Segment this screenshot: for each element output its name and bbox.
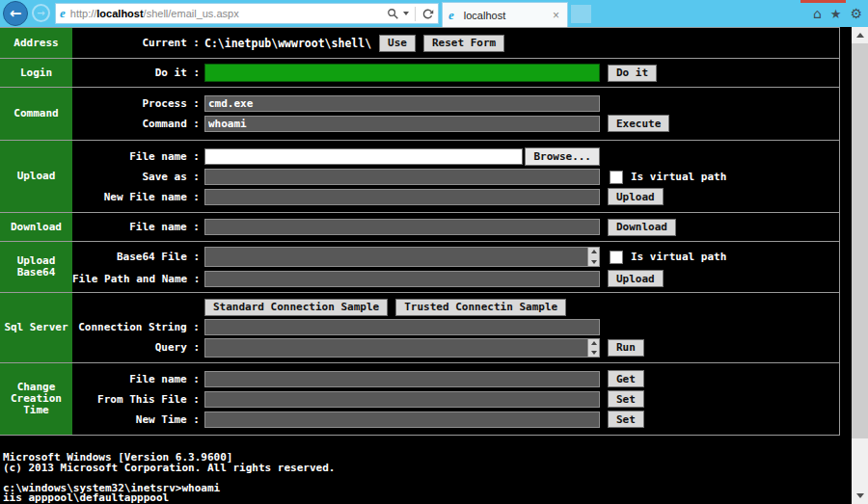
home-icon[interactable]: ⌂ (813, 6, 822, 21)
save-as-label: Save as : (72, 171, 200, 183)
section-label-sql-server: Sql Server (0, 293, 72, 362)
section-label-login: Login (0, 59, 72, 87)
back-arrow-icon: ← (10, 5, 22, 22)
row-upload-base64: Upload Base64 Base64 File : Is virtual p… (0, 242, 839, 293)
console-line: iis apppool\defaultapppool (3, 493, 335, 504)
file-path-name-input[interactable] (204, 271, 600, 287)
tab-close-icon[interactable]: × (551, 9, 561, 22)
row-download: Download File name : Download (0, 213, 839, 242)
command-label: Command : (72, 118, 200, 130)
download-button[interactable]: Download (608, 219, 676, 236)
base64-upload-button[interactable]: Upload (608, 270, 664, 287)
forward-arrow-icon: → (37, 8, 44, 18)
current-path-value: C:\inetpub\wwwroot\shell\ (204, 37, 371, 50)
settings-gear-icon[interactable]: ⚙ (850, 6, 862, 21)
run-button[interactable]: Run (608, 339, 644, 357)
base64-file-label: Base64 File : (72, 251, 200, 263)
section-label-change-creation-time: Change Creation Time (0, 363, 72, 435)
scroll-up-icon (856, 33, 864, 38)
url-host: localhost (96, 8, 143, 19)
section-label-address: Address (0, 28, 72, 58)
execute-button[interactable]: Execute (608, 115, 669, 132)
ie-tab-icon: e (448, 8, 454, 23)
forward-button[interactable]: → (32, 4, 50, 22)
base64-virtual-path-label: Is virtual path (631, 251, 726, 263)
browser-tab-localhost[interactable]: e localhost × (442, 2, 568, 27)
row-address: Address Current : C:\inetpub\wwwroot\she… (0, 28, 839, 59)
login-password-input[interactable] (204, 64, 600, 82)
trusted-connection-sample-button[interactable]: Trusted Connectin Sample (395, 299, 566, 316)
connection-string-input[interactable] (204, 319, 600, 335)
download-file-label: File name : (72, 221, 200, 233)
console-line: (c) 2013 Microsoft Corporation. All righ… (3, 464, 335, 474)
use-button[interactable]: Use (379, 35, 416, 52)
section-label-upload: Upload (0, 141, 72, 212)
download-file-input[interactable] (204, 219, 600, 235)
from-this-file-label: From This File : (72, 393, 200, 406)
scroll-down-icon (856, 493, 864, 498)
file-path-name-label: File Path and Name : (72, 273, 200, 285)
process-input[interactable] (204, 95, 600, 112)
command-input[interactable] (204, 116, 600, 132)
scrollbar-thumb[interactable] (852, 43, 868, 438)
row-change-creation-time: Change Creation Time File name : Get Fro… (0, 363, 839, 436)
textarea-scrollbar[interactable] (587, 338, 600, 358)
section-label-upload-base64: Upload Base64 (0, 242, 72, 292)
url-text[interactable]: http://localhost/shell/email_us.aspx (70, 8, 387, 19)
scrollbar-down-button[interactable] (852, 488, 868, 504)
favorites-star-icon[interactable]: ★ (830, 7, 842, 21)
ct-file-name-label: File name : (72, 373, 200, 385)
vertical-scrollbar[interactable] (852, 27, 868, 504)
scrollbar-up-button[interactable] (852, 27, 868, 43)
new-time-label: New Time : (72, 413, 200, 426)
new-file-name-label: New File name : (72, 191, 200, 203)
console-output: Microsoft Windows [Version 6.3.9600] (c)… (3, 453, 335, 504)
address-bar[interactable]: e http://localhost/shell/email_us.aspx (55, 3, 439, 24)
section-label-download: Download (0, 213, 72, 241)
window-close-sliver (800, 0, 846, 3)
upload-virtual-path-label: Is virtual path (631, 171, 726, 183)
reset-form-button[interactable]: Reset Form (423, 35, 504, 52)
query-label: Query : (72, 341, 200, 354)
row-upload: Upload File name : Browse... Save as : I… (0, 141, 839, 213)
new-file-name-input[interactable] (204, 189, 600, 205)
new-tab-button[interactable] (571, 5, 591, 23)
set-from-file-button[interactable]: Set (608, 390, 644, 408)
base64-file-textarea[interactable] (204, 247, 587, 267)
section-label-command: Command (0, 88, 72, 140)
browse-button[interactable]: Browse... (525, 147, 600, 166)
doit-label: Do it : (72, 66, 200, 79)
set-new-time-button[interactable]: Set (608, 411, 644, 428)
connection-string-label: Connection String : (72, 321, 200, 333)
new-time-input[interactable] (204, 411, 600, 428)
shell-form-table: Address Current : C:\inetpub\wwwroot\she… (0, 27, 840, 436)
browser-chrome: ← → e http://localhost/shell/email_us.as… (0, 0, 868, 27)
upload-file-input[interactable] (204, 148, 523, 165)
base64-virtual-path-checkbox[interactable] (610, 251, 623, 264)
query-textarea[interactable] (204, 338, 587, 358)
divider (415, 7, 416, 21)
upload-virtual-path-checkbox[interactable] (610, 171, 623, 184)
tab-title: localhost (464, 10, 551, 21)
upload-file-label: File name : (72, 150, 200, 163)
search-dropdown-icon[interactable] (403, 12, 409, 15)
row-login: Login Do it : Do it (0, 59, 839, 88)
url-path: /shell/email_us.aspx (144, 8, 239, 19)
doit-button[interactable]: Do it (608, 65, 657, 82)
back-button[interactable]: ← (3, 1, 28, 26)
get-button[interactable]: Get (608, 370, 644, 387)
row-command: Command Process : Command : Execute (0, 88, 839, 141)
from-this-file-input[interactable] (204, 391, 600, 408)
refresh-icon[interactable] (421, 8, 434, 20)
upload-button[interactable]: Upload (608, 188, 664, 205)
ie-page-icon: e (60, 6, 66, 21)
search-icon[interactable] (387, 8, 399, 20)
page-content: Address Current : C:\inetpub\wwwroot\she… (0, 27, 852, 504)
textarea-scrollbar[interactable] (587, 247, 600, 267)
ct-file-name-input[interactable] (204, 371, 600, 387)
current-label: Current : (72, 37, 200, 49)
process-label: Process : (72, 97, 200, 110)
url-scheme: http:// (70, 8, 97, 19)
standard-connection-sample-button[interactable]: Standard Connection Sample (204, 299, 388, 316)
save-as-input[interactable] (204, 169, 600, 185)
